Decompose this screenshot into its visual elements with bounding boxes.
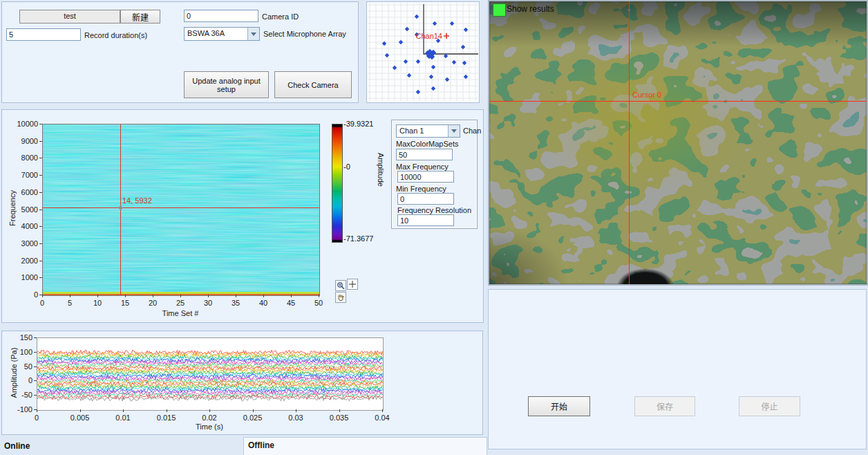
zoom-tool-button[interactable] — [335, 280, 346, 291]
colorbar-min-label: -71.3677 — [343, 234, 373, 243]
spec-x-tick: 40 — [248, 299, 279, 307]
mic-array-label: Select Microphone Array — [263, 30, 346, 38]
amplitude-colorbar — [332, 124, 343, 243]
analysis-controls-box: Chan 1 Chan MaxColorMapSets 50 Max Frequ… — [391, 120, 478, 229]
waveform-x-axis-title: Time (s) — [37, 423, 382, 431]
spec-x-tick: 15 — [110, 299, 140, 307]
spec-x-tick: 5 — [55, 299, 85, 307]
colorbar-max-label: -39.9321 — [343, 120, 373, 128]
mic-array-value: BSWA 36A — [187, 29, 247, 37]
spec-x-tick: 35 — [220, 299, 251, 307]
min-frequency-label: Min Frequency — [396, 185, 446, 193]
check-camera-button[interactable]: Check Camera — [274, 71, 352, 98]
wf-x-tick: 0.025 — [238, 414, 268, 422]
waveform-plot[interactable] — [37, 337, 384, 411]
max-colormap-input[interactable]: 50 — [396, 149, 453, 160]
session-name-field[interactable]: test — [19, 10, 120, 24]
spec-x-tick: 25 — [165, 299, 196, 307]
wf-x-tick: 0.015 — [151, 414, 182, 422]
svg-text:Chan14: Chan14 — [415, 32, 442, 40]
pan-tool-button[interactable] — [335, 292, 346, 303]
channel-select[interactable]: Chan 1 — [396, 124, 460, 138]
spectrogram-x-axis-title: Time Set # — [42, 309, 319, 317]
max-frequency-input[interactable]: 10000 — [397, 171, 454, 183]
save-button[interactable]: 保存 — [634, 396, 695, 416]
wf-x-tick: 0.04 — [367, 414, 397, 422]
spec-y-tick: 8000 — [6, 154, 38, 162]
tab-offline[interactable]: Offline — [243, 437, 487, 455]
camera-cursor-vline[interactable] — [629, 1, 630, 284]
magnifier-icon — [337, 281, 345, 290]
waveform-traces — [37, 338, 383, 410]
spec-x-tick: 45 — [276, 299, 306, 307]
record-duration-input[interactable]: 5 — [6, 28, 81, 41]
plus-icon — [348, 280, 357, 288]
wf-x-tick: 0 — [21, 414, 52, 422]
spectrogram-y-axis-title: Frequency — [8, 170, 17, 246]
min-frequency-input[interactable]: 0 — [397, 193, 454, 205]
tab-online[interactable]: Online — [4, 441, 30, 451]
spectrogram-plot[interactable]: 14, 5932 — [42, 124, 320, 296]
colorbar-mid-label: -0 — [343, 162, 350, 171]
camera-cursor-hline[interactable] — [489, 101, 867, 102]
spec-y-tick: 1000 — [6, 273, 38, 281]
spectrogram-image — [43, 124, 319, 295]
spec-x-tick: 0 — [27, 299, 57, 307]
stop-button[interactable]: 停止 — [739, 396, 800, 416]
wf-x-tick: 0.005 — [65, 414, 95, 422]
camera-cursor-label: Cursor 0 — [632, 91, 661, 99]
channel-select-label: Chan — [463, 127, 481, 135]
spectrogram-cursor-label: 14, 5932 — [122, 196, 152, 205]
mic-array-plot[interactable]: Chan14 — [367, 2, 479, 102]
start-button[interactable]: 开始 — [528, 396, 590, 416]
record-duration-label: Record duration(s) — [84, 31, 147, 39]
spectrogram-panel: 14, 5932 0100020003000400050006000700080… — [1, 109, 484, 323]
cursor-tool-button[interactable] — [347, 279, 358, 290]
spec-y-tick: 0 — [6, 290, 38, 299]
camera-id-label: Camera ID — [262, 12, 299, 21]
mic-array-panel: Chan14 — [366, 1, 480, 103]
frequency-resolution-label: Frequency Resolution — [397, 206, 471, 214]
channel-select-value: Chan 1 — [399, 127, 447, 135]
spec-x-tick: 50 — [303, 299, 334, 307]
max-frequency-label: Max Frequency — [396, 162, 449, 171]
colorbar-title: Amplitude — [377, 153, 385, 187]
camera-result-view[interactable]: Cursor 0 Show results — [488, 0, 868, 286]
waveform-panel: 150100500-50-10000.0050.010.0150.020.025… — [1, 331, 483, 435]
wf-x-tick: 0.035 — [324, 414, 355, 422]
tab-offline-label: Offline — [248, 440, 274, 450]
wf-x-tick: 0.01 — [108, 414, 138, 422]
action-panel: 开始 保存 停止 — [488, 289, 867, 449]
new-session-button[interactable]: 新建 — [120, 10, 160, 24]
show-results-label: Show results — [507, 4, 554, 14]
mic-array-select[interactable]: BSWA 36A — [184, 27, 260, 41]
wf-x-tick: 0.02 — [194, 414, 225, 422]
max-colormap-label: MaxColorMapSets — [396, 140, 458, 148]
spectrogram-cursor-hline[interactable] — [43, 207, 319, 208]
spec-x-tick: 30 — [193, 299, 223, 307]
update-analog-input-button[interactable]: Update analog input setup — [184, 71, 269, 98]
acoustic-map-image — [489, 1, 867, 284]
camera-id-input[interactable]: 0 — [184, 10, 258, 22]
spec-y-tick: 10000 — [6, 120, 38, 128]
setup-panel: test 新建 5 Record duration(s) 0 Camera ID… — [1, 1, 359, 103]
spec-y-tick: 9000 — [6, 137, 38, 145]
frequency-resolution-input[interactable]: 10 — [397, 214, 454, 226]
spec-x-tick: 10 — [82, 299, 113, 307]
show-results-checkbox[interactable] — [493, 3, 506, 17]
spec-x-tick: 20 — [138, 299, 168, 307]
chevron-down-icon[interactable] — [448, 125, 460, 137]
waveform-y-axis-title: Amplitude (Pa) — [10, 338, 18, 407]
chevron-down-icon[interactable] — [247, 28, 259, 40]
wf-x-tick: 0.03 — [281, 414, 311, 422]
spec-y-tick: 2000 — [6, 257, 38, 265]
hand-icon — [337, 293, 345, 301]
